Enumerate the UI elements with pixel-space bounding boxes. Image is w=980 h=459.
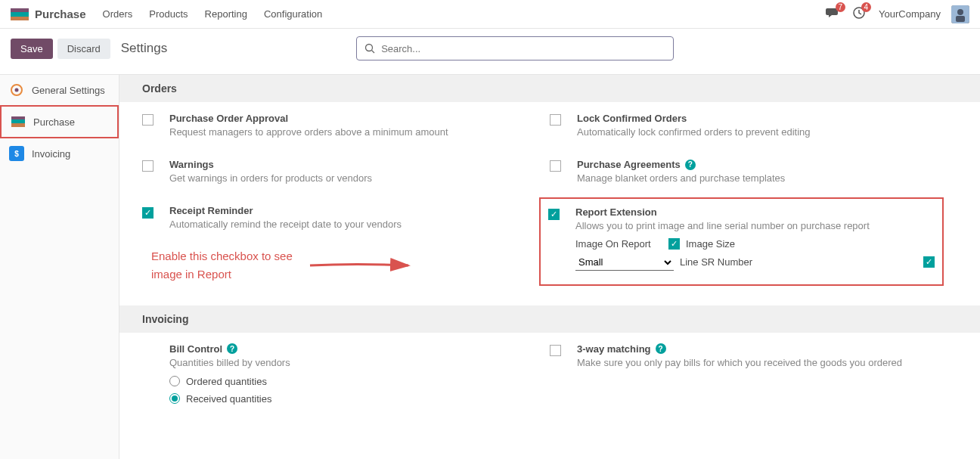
purchase-icon [11,114,26,129]
setting-bill-control: Bill Control ? Quantities billed by vend… [142,343,529,405]
gear-icon [9,82,24,98]
user-avatar[interactable] [951,5,969,23]
receipt-reminder-checkbox[interactable] [142,207,154,219]
bill-control-desc: Quantities billed by vendors [169,356,529,370]
line-sr-label: Line SR Number [680,256,752,268]
discard-button[interactable]: Discard [57,39,110,59]
activity-badge: 4 [861,2,872,12]
lock-confirmed-title: Lock Confirmed Orders [577,113,936,124]
help-icon[interactable]: ? [656,343,666,354]
svg-point-10 [15,88,19,92]
agreements-desc: Manage blanket orders and purchase templ… [577,172,936,185]
setting-warnings: Warnings Get warnings in orders for prod… [142,159,529,185]
setting-report-extension: Report Extension Allows you to print ima… [548,206,935,270]
chat-badge: 7 [836,2,846,12]
svg-point-5 [957,9,963,15]
save-button[interactable]: Save [11,39,53,59]
nav-reporting[interactable]: Reporting [205,8,247,20]
po-approval-title: Purchase Order Approval [169,113,529,124]
section-invoicing-header: Invoicing [119,305,980,333]
lock-confirmed-desc: Automatically lock confirmed orders to p… [577,126,936,139]
radio-received-label: Received quantities [186,393,271,405]
app-title[interactable]: Purchase [35,8,86,20]
setting-po-approval: Purchase Order Approval Request managers… [142,113,529,139]
svg-text:$: $ [14,150,19,158]
svg-rect-1 [11,12,29,17]
svg-rect-2 [11,17,29,20]
topbar: Purchase Orders Products Reporting Confi… [0,0,980,29]
highlighted-setting: Report Extension Allows you to print ima… [539,197,944,285]
warnings-checkbox[interactable] [142,160,154,172]
arrow-icon [302,254,529,277]
annotation-text: Enable this checkbox to see image in Rep… [151,247,302,284]
sidebar-item-label: Purchase [33,116,75,128]
search-box[interactable] [356,36,674,60]
radio-dot [169,376,180,386]
sidebar-item-invoicing[interactable]: $ Invoicing [0,138,119,169]
company-name[interactable]: YourCompany [879,8,941,20]
report-extension-desc: Allows you to print image and line seria… [575,219,935,233]
three-way-desc: Make sure you only pay bills for which y… [577,356,936,370]
lock-confirmed-checkbox[interactable] [550,114,561,126]
nav-orders[interactable]: Orders [103,8,133,20]
sidebar-item-label: Invoicing [32,148,70,160]
report-extension-title: Report Extension [575,206,935,218]
report-extension-checkbox[interactable] [548,209,560,220]
svg-rect-6 [956,16,965,22]
radio-ordered[interactable]: Ordered quantities [169,376,529,387]
agreements-title: Purchase Agreements ? [577,159,936,170]
chat-icon[interactable]: 7 [826,7,839,21]
agreements-checkbox[interactable] [550,160,561,172]
receipt-reminder-title: Receipt Reminder [169,205,529,216]
search-icon [364,43,375,54]
nav-products[interactable]: Products [149,8,188,20]
controlbar: Save Discard Settings [0,29,980,74]
setting-three-way: 3-way matching ? Make sure you only pay … [550,343,936,370]
svg-rect-12 [11,119,25,123]
section-orders-header: Orders [119,75,980,102]
settings-content: Orders Purchase Order Approval Request m… [119,75,980,459]
sidebar-item-label: General Settings [32,85,105,96]
image-size-select[interactable]: Small [575,254,674,271]
receipt-reminder-desc: Automatically remind the receipt date to… [169,218,529,231]
nav-configuration[interactable]: Configuration [264,8,322,20]
setting-receipt-reminder: Receipt Reminder Automatically remind th… [142,205,529,231]
sidebar-item-purchase[interactable]: Purchase [0,105,119,138]
annotation: Enable this checkbox to see image in Rep… [151,247,529,284]
image-on-report-label: Image On Report [575,238,662,250]
po-approval-desc: Request managers to approve orders above… [169,126,529,139]
three-way-checkbox[interactable] [550,345,561,356]
radio-ordered-label: Ordered quantities [186,376,267,387]
bill-control-title: Bill Control ? [169,343,529,355]
setting-lock-confirmed: Lock Confirmed Orders Automatically lock… [550,113,936,139]
image-size-checkbox[interactable] [668,238,680,250]
po-approval-checkbox[interactable] [142,114,154,126]
svg-point-7 [366,45,373,51]
svg-line-8 [372,51,375,54]
warnings-desc: Get warnings in orders for products or v… [169,172,529,185]
activity-icon[interactable]: 4 [853,7,865,21]
search-input[interactable] [381,43,665,54]
settings-sidebar: General Settings Purchase $ Invoicing [0,75,119,459]
invoicing-icon: $ [9,146,24,161]
three-way-title: 3-way matching ? [577,343,936,355]
svg-rect-11 [11,116,25,119]
warnings-title: Warnings [169,159,529,170]
setting-agreements: Purchase Agreements ? Manage blanket ord… [550,159,936,185]
app-logo [11,8,29,20]
image-size-label: Image Size [686,238,735,250]
radio-dot [169,393,180,404]
sidebar-item-general[interactable]: General Settings [0,75,119,105]
page-title: Settings [121,41,167,56]
svg-rect-0 [11,8,29,12]
svg-rect-13 [11,123,25,127]
line-sr-checkbox[interactable] [923,256,935,268]
radio-received[interactable]: Received quantities [169,393,529,405]
help-icon[interactable]: ? [685,160,696,170]
help-icon[interactable]: ? [227,343,237,354]
